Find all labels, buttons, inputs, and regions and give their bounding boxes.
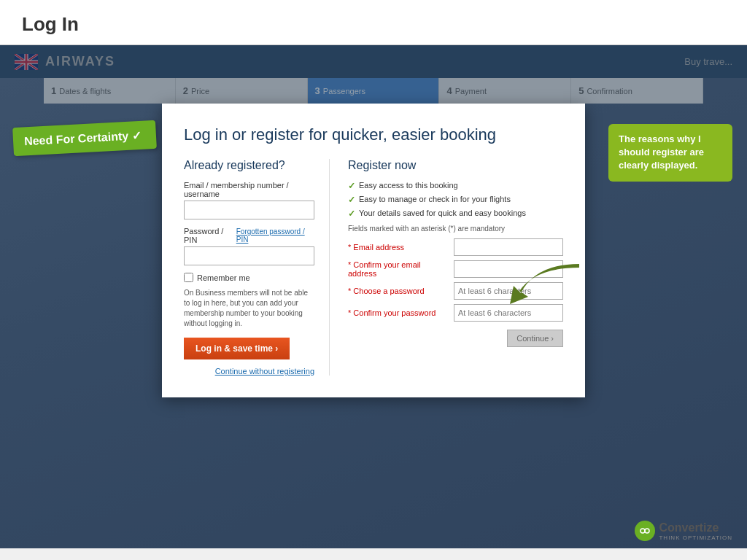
convertize-sub: THINK OPTIMIZATION [659,534,732,541]
benefit-item-3: ✓ Your details saved for quick and easy … [348,209,563,219]
forgot-password-link[interactable]: Forgotten password / PIN [236,228,314,244]
check-icon-3: ✓ [348,209,355,219]
arrow-icon [499,257,587,315]
remember-me-row: Remember me [184,273,314,282]
benefit-item-2: ✓ Easy to manage or check in for your fl… [348,195,563,205]
password-label-row: Password / PIN Forgotten password / PIN [184,227,314,244]
already-registered-heading: Already registered? [184,159,314,172]
benefit-text-1: Easy access to this booking [359,181,458,190]
reg-confirm-email-label: * Confirm your email address [348,260,450,278]
page-title: Log In [22,13,725,36]
login-column: Already registered? Email / membership n… [184,159,330,376]
email-label: Email / membership number / username [184,181,314,198]
remember-me-label: Remember me [197,273,250,282]
remember-me-checkbox[interactable] [184,273,193,282]
page-title-area: Log In [0,0,747,45]
continue-without-registering-link[interactable]: Continue without registering [184,367,314,376]
required-note: Fields marked with an asterisk (*) are m… [348,225,563,233]
email-form-group: Email / membership number / username [184,181,314,219]
modal-title: Log in or register for quicker, easier b… [184,125,563,144]
reg-email-input[interactable] [454,238,563,256]
reg-password-label: * Choose a password [348,287,450,295]
main-area: AIRWAYS Buy trave... 1 Dates & flights 2… [0,45,747,548]
convertize-icon [635,521,655,541]
register-heading: Register now [348,159,563,172]
reg-email-label: * Email address [348,243,450,252]
benefit-text-3: Your details saved for quick and easy bo… [359,209,526,217]
benefit-text-2: Easy to manage or check in for your flig… [359,195,511,203]
register-continue-button[interactable]: Continue › [507,330,563,347]
check-icon-1: ✓ [348,181,355,191]
login-button[interactable]: Log in & save time › [184,338,290,359]
modal-dialog: Log in or register for quicker, easier b… [162,104,585,397]
convertize-logo: Convertize THINK OPTIMIZATION [635,521,732,541]
password-input[interactable] [184,246,314,265]
reg-email-group: * Email address [348,238,563,256]
modal-overlay: Log in or register for quicker, easier b… [0,45,747,548]
password-form-group: Password / PIN Forgotten password / PIN [184,227,314,265]
email-input[interactable] [184,201,314,219]
benefit-item-1: ✓ Easy access to this booking [348,181,563,191]
check-icon-2: ✓ [348,195,355,205]
convertize-name: Convertize [659,521,732,534]
password-label: Password / PIN [184,227,236,244]
reg-confirm-password-label: * Confirm your password [348,308,450,317]
convertize-text-area: Convertize THINK OPTIMIZATION [659,521,732,541]
callout-box: The reasons why I should register are cl… [608,124,732,182]
business-notice: On Business members will not be able to … [184,288,314,329]
